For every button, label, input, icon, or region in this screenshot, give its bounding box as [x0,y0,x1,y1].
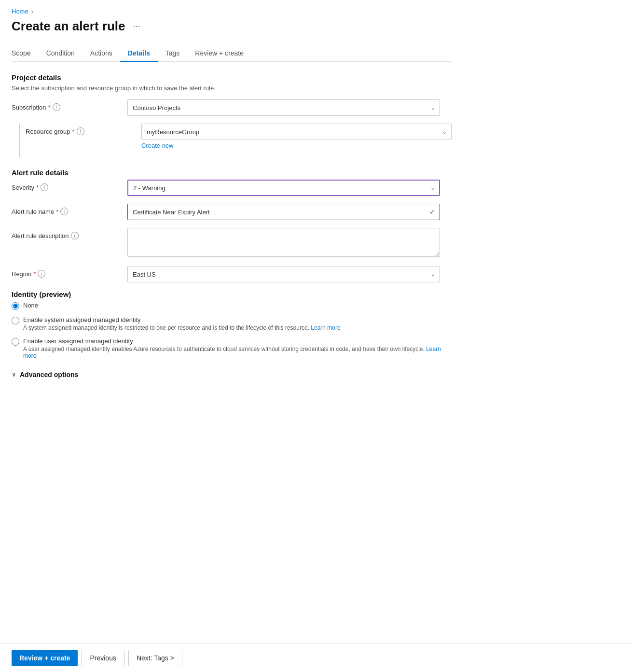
identity-user-desc: A user assigned managed identity enables… [23,346,452,359]
region-required: * [33,270,36,278]
project-details-subtitle: Select the subscription and resource gro… [12,84,452,92]
severity-select[interactable]: 2 - Warning 0 - Critical 1 - Error 3 - I… [127,180,440,196]
identity-system-learn-more-link[interactable]: Learn more [311,324,340,331]
identity-user-label-wrap: Enable user assigned managed identity A … [23,337,452,359]
severity-control: 2 - Warning 0 - Critical 1 - Error 3 - I… [127,180,452,196]
previous-button[interactable]: Previous [82,650,124,666]
next-tags-button[interactable]: Next: Tags > [128,650,182,666]
identity-none-label-wrap: None [23,301,38,309]
resource-group-info-icon[interactable]: i [77,127,84,135]
severity-required: * [36,184,39,191]
identity-user-label[interactable]: Enable user assigned managed identity [23,337,133,345]
resource-group-label: Resource group * i [26,124,141,135]
tab-details[interactable]: Details [120,45,158,62]
resource-group-required: * [72,128,75,135]
ellipsis-button[interactable]: ··· [130,20,143,32]
identity-system-label[interactable]: Enable system assigned managed identity [23,316,141,323]
alert-rule-desc-label: Alert rule description i [12,228,127,239]
breadcrumb-separator: › [31,8,33,15]
severity-row: Severity * i 2 - Warning 0 - Critical 1 … [12,180,452,196]
subscription-label: Subscription * i [12,99,127,111]
resource-group-control: myResourceGroup ⌄ Create new [141,124,452,149]
alert-rule-details-section: Alert rule details Severity * i 2 - Warn… [12,168,452,282]
alert-rule-name-check-icon: ✓ [429,208,435,216]
alert-rule-name-label: Alert rule name * i [12,204,127,215]
region-select-wrapper: East US West US West Europe East Asia ⌄ [127,266,440,282]
region-label: Region * i [12,266,127,278]
identity-section: Identity (preview) None Enable system as… [12,290,452,378]
indent-bar [19,124,20,157]
alert-rule-name-input-wrapper: ✓ [127,204,440,220]
identity-none-item: None [12,301,452,310]
resource-group-form-row: Resource group * i myResourceGroup ⌄ Cre… [26,124,452,157]
alert-rule-name-info-icon[interactable]: i [60,208,68,215]
footer-bar: Review + create Previous Next: Tags > [0,643,633,672]
resource-group-select[interactable]: myResourceGroup [141,124,452,140]
advanced-options-toggle[interactable]: ∨ Advanced options [12,371,452,378]
subscription-control: Contoso Projects ⌄ [127,99,452,116]
tab-scope[interactable]: Scope [12,45,39,62]
resource-group-indent: Resource group * i myResourceGroup ⌄ Cre… [12,124,452,157]
subscription-info-icon[interactable]: i [53,103,60,111]
severity-select-wrapper: 2 - Warning 0 - Critical 1 - Error 3 - I… [127,180,440,196]
identity-none-radio[interactable] [12,302,19,310]
region-info-icon[interactable]: i [38,270,45,278]
page-title: Create an alert rule [12,19,125,34]
identity-title: Identity (preview) [12,290,452,298]
subscription-row: Subscription * i Contoso Projects ⌄ [12,99,452,116]
region-select[interactable]: East US West US West Europe East Asia [127,266,440,282]
tab-review-create[interactable]: Review + create [187,45,251,62]
project-details-section: Project details Select the subscription … [12,73,452,157]
tab-tags[interactable]: Tags [158,45,188,62]
alert-rule-name-control: ✓ [127,204,452,220]
identity-none-label[interactable]: None [23,302,38,309]
identity-radio-group: None Enable system assigned managed iden… [12,301,452,359]
region-control: East US West US West Europe East Asia ⌄ [127,266,452,282]
tab-bar: Scope Condition Actions Details Tags Rev… [12,45,452,62]
page-title-row: Create an alert rule ··· [12,19,452,34]
identity-user-radio[interactable] [12,338,19,346]
alert-rule-desc-textarea[interactable] [127,228,440,257]
alert-rule-name-input[interactable] [127,204,440,220]
advanced-options-chevron-icon: ∨ [12,371,16,378]
identity-system-label-wrap: Enable system assigned managed identity … [23,316,341,331]
alert-rule-desc-control [127,228,452,258]
alert-rule-name-required: * [56,208,58,215]
resource-group-row: Resource group * i myResourceGroup ⌄ Cre… [26,124,452,149]
alert-rule-name-row: Alert rule name * i ✓ [12,204,452,220]
breadcrumb: Home › [12,8,452,15]
subscription-select[interactable]: Contoso Projects [127,99,440,116]
region-row: Region * i East US West US West Europe E… [12,266,452,282]
resource-group-select-wrapper: myResourceGroup ⌄ [141,124,452,140]
alert-rule-details-title: Alert rule details [12,168,452,177]
tab-condition[interactable]: Condition [39,45,83,62]
identity-user-item: Enable user assigned managed identity A … [12,337,452,359]
tab-actions[interactable]: Actions [83,45,120,62]
review-create-button[interactable]: Review + create [12,650,78,666]
alert-rule-desc-info-icon[interactable]: i [71,232,79,239]
subscription-required: * [48,104,51,111]
advanced-options-label: Advanced options [20,371,78,378]
identity-system-item: Enable system assigned managed identity … [12,316,452,331]
severity-label: Severity * i [12,180,127,191]
project-details-title: Project details [12,73,452,82]
breadcrumb-home-link[interactable]: Home [12,8,28,15]
identity-system-radio[interactable] [12,317,19,324]
alert-rule-desc-row: Alert rule description i [12,228,452,258]
create-new-link[interactable]: Create new [141,142,173,149]
severity-info-icon[interactable]: i [41,183,48,191]
identity-system-desc: A system assigned managed identity is re… [23,324,341,331]
subscription-select-wrapper: Contoso Projects ⌄ [127,99,440,116]
